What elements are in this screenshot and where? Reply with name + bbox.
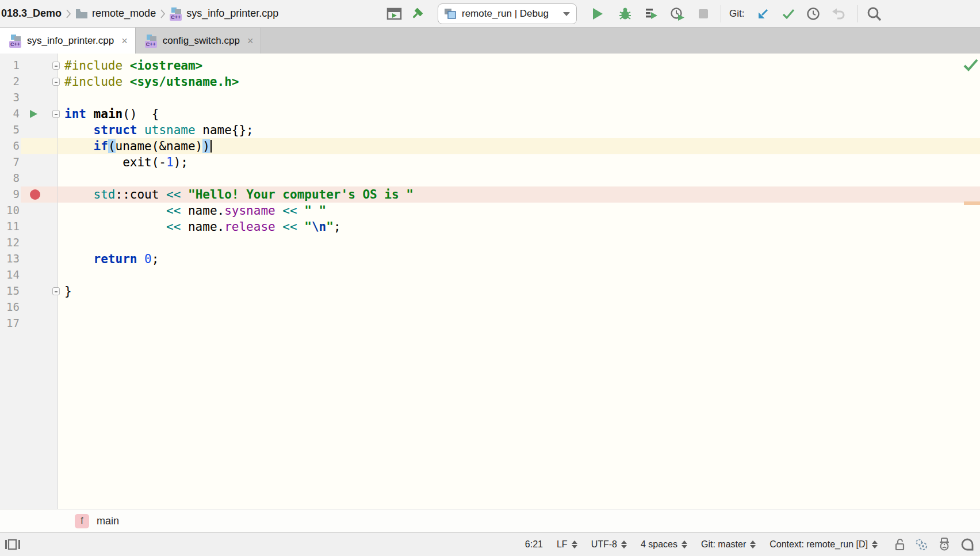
code-line[interactable]: 2#include <sys/utsname.h> [0,74,980,90]
breadcrumb-project[interactable]: 018.3_Demo [1,7,62,20]
code-line[interactable]: 16 [0,299,980,315]
run-line-icon[interactable] [30,110,37,118]
breadcrumb-function[interactable]: main [97,515,119,527]
toolbar-separator [721,5,721,22]
status-line-ending[interactable]: LF [557,539,577,550]
code-line[interactable]: 17 [0,315,980,332]
vcs-commit-button[interactable] [782,8,795,20]
run-with-coverage-button[interactable] [645,7,659,21]
inspections-ok-icon[interactable] [963,59,978,71]
line-number: 17 [0,317,20,329]
code-line[interactable]: 7 exit(-1); [0,154,980,170]
run-button[interactable] [592,7,603,20]
build-hammer-icon[interactable] [411,7,425,21]
fold-marker-icon[interactable] [52,62,60,70]
code-line[interactable]: 9 std::cout << "Hello! Your computer's O… [0,186,980,203]
encoding-label: UTF-8 [591,539,617,550]
toolbar-actions: remote_run | Debug [386,0,882,28]
run-tool-window-icon[interactable] [386,7,402,21]
status-context[interactable]: Context: remote_run [D] [770,539,878,550]
code-line[interactable]: 3 [0,90,980,106]
notification-balloon-icon[interactable] [960,538,974,551]
line-number: 12 [0,236,20,249]
fold-marker-icon[interactable] [52,287,60,295]
main-toolbar: 018.3_Demo remote_mode C++ sys_info_prin… [0,0,980,28]
line-number: 9 [0,188,20,200]
status-git-branch[interactable]: Git: master [701,539,756,550]
line-number: 4 [0,107,20,120]
line-number: 11 [0,220,20,233]
updown-icon [750,540,756,549]
line-ending-label: LF [557,539,568,550]
ide-window: 018.3_Demo remote_mode C++ sys_info_prin… [0,0,980,556]
line-number: 3 [0,91,20,104]
code-text: std::cout << "Hello! Your computer's OS … [64,186,414,203]
code-text: << name.release << "\n"; [64,219,341,235]
chevron-right-icon [160,9,166,19]
chevron-down-icon [562,12,571,17]
line-number: 1 [0,59,20,71]
vcs-rollback-button[interactable] [832,7,845,20]
updown-icon [572,540,577,549]
cpp-file-icon: C++ [9,35,22,47]
function-badge: f [75,514,89,528]
profile-button[interactable] [670,7,685,21]
code-line[interactable]: 15} [0,283,980,299]
code-text: #include <sys/utsname.h> [64,74,239,90]
code-text: int main() { [64,106,159,122]
close-icon[interactable]: × [121,36,128,46]
status-encoding[interactable]: UTF-8 [591,539,627,550]
close-icon[interactable]: × [247,36,254,46]
code-line[interactable]: 12 [0,235,980,251]
search-everywhere-icon[interactable] [867,6,882,21]
fold-marker-icon[interactable] [52,110,60,118]
vcs-history-button[interactable] [806,7,820,21]
chevron-right-icon [66,9,71,19]
hector-inspector-icon[interactable] [937,537,951,552]
toolwindow-toggle-icon[interactable] [5,539,21,550]
code-text: exit(-1); [64,154,188,170]
code-lines: 1#include <iostream>2#include <sys/utsna… [0,54,980,332]
breakpoint-icon[interactable] [30,189,40,200]
text-caret [210,140,212,153]
code-editor[interactable]: 1#include <iostream>2#include <sys/utsna… [0,54,980,509]
tab-label: config_switch.cpp [163,35,240,47]
code-text: struct utsname name{}; [64,122,254,138]
code-line[interactable]: 14 [0,267,980,283]
code-line[interactable]: 8 [0,170,980,186]
lock-icon[interactable] [894,538,905,551]
navigation-bar: 018.3_Demo remote_mode C++ sys_info_prin… [0,7,278,20]
indent-label: 4 spaces [641,539,677,550]
code-line[interactable]: 6 if(uname(&name)) [0,138,980,154]
breadcrumb-folder[interactable]: remote_mode [92,7,156,20]
tab-sys-info-printer[interactable]: C++ sys_info_printer.cpp × [0,28,136,54]
status-caret-position[interactable]: 6:21 [525,539,543,550]
code-line[interactable]: 11 << name.release << "\n"; [0,219,980,235]
breadcrumb-bar: f main [0,509,980,532]
code-line[interactable]: 1#include <iostream> [0,58,980,74]
updown-icon [682,540,687,549]
breadcrumb-file[interactable]: sys_info_printer.cpp [186,7,278,20]
vcs-update-button[interactable] [757,7,770,20]
fold-marker-icon[interactable] [52,78,60,86]
status-bar: 6:21 LF UTF-8 4 spaces Git: master Conte… [0,532,980,556]
status-indent[interactable]: 4 spaces [641,539,687,550]
line-number: 7 [0,155,20,168]
inspections-gear-icon[interactable] [914,538,928,551]
status-items: 6:21 LF UTF-8 4 spaces Git: master Conte… [525,537,974,552]
debug-button[interactable] [618,7,632,21]
run-configuration-label: remote_run | Debug [462,8,557,20]
cpp-file-icon: C++ [145,35,158,47]
code-line[interactable]: 4int main() { [0,106,980,122]
code-line[interactable]: 5 struct utsname name{}; [0,122,980,138]
code-line[interactable]: 10 << name.sysname << " " [0,203,980,219]
scrollbar-stripe-mark [964,201,980,205]
line-number: 2 [0,75,20,87]
run-configuration-select[interactable]: remote_run | Debug [438,3,577,24]
code-text: << name.sysname << " " [64,203,326,219]
toolbar-separator [857,5,858,22]
folder-icon [75,9,88,19]
tab-config-switch[interactable]: C++ config_switch.cpp × [136,28,262,54]
code-line[interactable]: 13 return 0; [0,251,980,267]
stop-button[interactable] [699,9,708,18]
